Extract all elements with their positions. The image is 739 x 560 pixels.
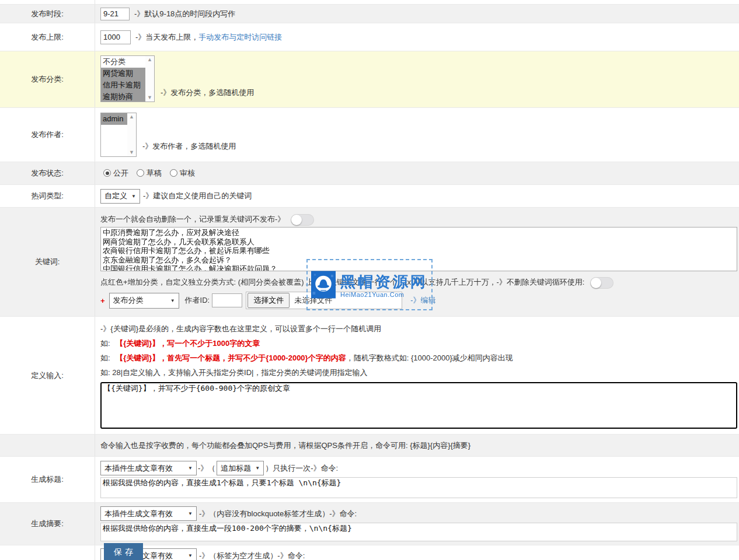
publish-category-hint: -》发布分类，多选随机使用 bbox=[161, 88, 254, 98]
command-info-text: 命令输入也是按字收费的，每个功能都会叠加QPS与费用，请根据QPS条件开启，命令… bbox=[100, 440, 470, 451]
row-command-info: 命令输入也是按字收费的，每个功能都会叠加QPS与费用，请根据QPS条件开启，命令… bbox=[0, 435, 739, 457]
row-define-input: 定义输入: -》{关键词}是必须的，生成内容字数也在这里定义，可以设置多个一行一… bbox=[0, 317, 739, 435]
manual-publish-link[interactable]: 手动发布与定时访问链接 bbox=[198, 32, 282, 43]
publish-author-label: 发布作者: bbox=[0, 108, 95, 162]
publish-limit-label: 发布上限: bbox=[0, 23, 95, 51]
row-top-sliver bbox=[0, 0, 739, 5]
dedupe-toggle[interactable] bbox=[291, 214, 314, 226]
choose-file-button[interactable]: 选择文件 bbox=[248, 293, 290, 308]
row-publish-limit: 发布上限: -》当天发布上限， 手动发布与定时访问链接 bbox=[0, 23, 739, 51]
keywords-category-hint: 点红色+增加分类，自定义独立分类方式: (相同分类会被覆盖) 上传txt关键词文… bbox=[100, 278, 584, 286]
gen-summary-command-textarea[interactable]: 根据我提供给你的内容，直接生成一段100-200个字的摘要，\n\n{标题} bbox=[100, 523, 737, 541]
radio-icon[interactable] bbox=[103, 169, 111, 177]
publish-author-hint: -》发布作者，多选随机使用 bbox=[142, 141, 236, 152]
define-input-textarea[interactable]: 【{关键词}】，并写不少于{600-900}个字的原创文章 bbox=[100, 382, 737, 429]
publish-time-hint: -》默认9-18点的时间段内写作 bbox=[134, 9, 235, 19]
row-gen-summary: 生成摘要: 本插件生成文章有效 ▼ -》（内容没有blockquote标签才生成… bbox=[0, 503, 739, 545]
author-option[interactable]: admin bbox=[101, 113, 127, 125]
radio-icon[interactable] bbox=[137, 169, 144, 177]
plugin-settings-page: 发布时段: -》默认9-18点的时间段内写作 发布上限: -》当天发布上限， 手… bbox=[0, 0, 739, 560]
scroll-up-icon[interactable]: ▲ bbox=[129, 114, 134, 120]
publish-limit-hint: -》当天发布上限， bbox=[135, 32, 198, 43]
author-id-label: 作者ID: bbox=[185, 295, 210, 306]
publish-time-input[interactable] bbox=[100, 8, 130, 20]
save-button[interactable]: 保存 bbox=[104, 543, 143, 560]
hotword-type-hint: -》建议自定义使用自己的关键词 bbox=[143, 191, 252, 201]
publish-author-listbox[interactable]: admin ▲ ▼ bbox=[100, 113, 137, 157]
row-publish-author: 发布作者: admin ▲ ▼ -》发布作者，多选随机使用 bbox=[0, 108, 739, 162]
row-publish-time: 发布时段: -》默认9-18点的时间段内写作 bbox=[0, 5, 739, 23]
row-keywords: 关键词: 发布一个就会自动删除一个，记录重复关键词不发布-》 中原消费逾期了怎么… bbox=[0, 208, 739, 317]
chevron-down-icon: ▼ bbox=[188, 466, 193, 471]
define-input-label: 定义输入: bbox=[0, 317, 95, 434]
chevron-down-icon: ▼ bbox=[255, 466, 260, 471]
radio-review[interactable]: 审核 bbox=[170, 168, 195, 178]
file-status: 未选择文件 bbox=[294, 295, 332, 306]
define-hint-1: -》{关键词}是必须的，生成内容字数也在这里定义，可以设置多个一行一个随机调用 bbox=[100, 321, 739, 336]
chevron-down-icon: ▼ bbox=[170, 298, 175, 303]
category-option[interactable]: 逾期协商 bbox=[101, 91, 145, 102]
define-hint-2: 如: 【{关键词}】，写一个不少于1000字的文章 bbox=[100, 336, 739, 351]
gen-title-mode-select[interactable]: 本插件生成文章有效 ▼ bbox=[100, 461, 197, 475]
scroll-down-icon[interactable]: ▼ bbox=[129, 150, 134, 155]
radio-public[interactable]: 公开 bbox=[103, 168, 128, 178]
radio-draft[interactable]: 草稿 bbox=[137, 168, 162, 178]
category-option[interactable]: 不分类 bbox=[101, 56, 145, 68]
hotword-type-label: 热词类型: bbox=[0, 185, 95, 207]
keywords-label: 关键词: bbox=[0, 208, 95, 316]
keyword-loop-toggle[interactable] bbox=[590, 277, 613, 289]
keywords-textarea[interactable]: 中原消费逾期了怎么办，应对及解决途径 网商贷逾期了怎么办，几天会联系紧急联系人 … bbox=[100, 227, 737, 271]
gen-summary-mode-select[interactable]: 本插件生成文章有效 ▼ bbox=[100, 506, 197, 521]
define-hint-3: 如: 【{关键词}】，首先写一个标题，并写不少于{1000-2000}个字的内容… bbox=[100, 351, 739, 365]
gen-title-append-select[interactable]: 追加标题 ▼ bbox=[217, 461, 264, 475]
author-id-input[interactable] bbox=[212, 293, 242, 307]
edit-keywords-link[interactable]: -》编辑 bbox=[410, 295, 435, 306]
chevron-down-icon: ▼ bbox=[188, 511, 193, 516]
row-gen-title: 生成标题: 本插件生成文章有效 ▼ -》（ 追加标题 ▼ ）只执行一次-》命令:… bbox=[0, 457, 739, 503]
listbox-scrollbar[interactable]: ▲ ▼ bbox=[127, 113, 136, 156]
chevron-down-icon: ▼ bbox=[188, 553, 193, 558]
publish-category-label: 发布分类: bbox=[0, 51, 95, 107]
add-category-button[interactable]: + bbox=[100, 296, 105, 305]
keywords-toggle-hint: 发布一个就会自动删除一个，记录重复关键词不发布-》 bbox=[100, 215, 285, 223]
publish-category-listbox[interactable]: 不分类 网贷逾期 信用卡逾期 逾期协商 ▲ ▼ bbox=[100, 55, 155, 102]
publish-time-label: 发布时段: bbox=[0, 5, 95, 23]
scroll-up-icon[interactable]: ▲ bbox=[147, 57, 152, 62]
keyword-category-select[interactable]: 发布分类 ▼ bbox=[109, 293, 179, 309]
chevron-down-icon: ▼ bbox=[131, 194, 136, 199]
row-publish-status: 发布状态: 公开 草稿 审核 bbox=[0, 162, 739, 185]
define-hint-4: 如: 28|自定义输入，支持输入开头指定分类ID|，指定分类的关键词使用指定输入 bbox=[100, 365, 739, 380]
scroll-down-icon[interactable]: ▼ bbox=[147, 95, 152, 100]
row-publish-category: 发布分类: 不分类 网贷逾期 信用卡逾期 逾期协商 ▲ ▼ -》发布分类，多选随… bbox=[0, 51, 739, 108]
file-input[interactable]: 选择文件 未选择文件 bbox=[246, 292, 402, 309]
radio-icon[interactable] bbox=[170, 169, 177, 177]
gen-summary-label: 生成摘要: bbox=[0, 503, 95, 545]
gen-title-command-textarea[interactable]: 根据我提供给你的内容，直接生成1个标题，只要1个标题 \n\n{标题} bbox=[100, 477, 737, 498]
listbox-scrollbar[interactable]: ▲ ▼ bbox=[145, 56, 154, 102]
row-hotword-type: 热词类型: 自定义 ▼ -》建议自定义使用自己的关键词 bbox=[0, 185, 739, 208]
hotword-type-select[interactable]: 自定义 ▼ bbox=[100, 189, 140, 204]
publish-limit-input[interactable] bbox=[100, 30, 131, 44]
gen-title-label: 生成标题: bbox=[0, 457, 95, 502]
category-option[interactable]: 网贷逾期 bbox=[101, 68, 145, 79]
category-option[interactable]: 信用卡逾期 bbox=[101, 79, 145, 91]
publish-status-label: 发布状态: bbox=[0, 162, 95, 184]
